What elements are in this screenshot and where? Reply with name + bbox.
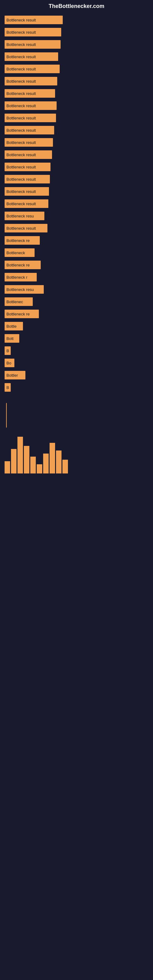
bottleneck-bar: Bottleneck re (5, 310, 39, 318)
bar-row: Bottleneck result (5, 124, 148, 136)
bars-container: Bottleneck resultBottleneck resultBottle… (0, 11, 153, 397)
bar-label: Bottleneck result (6, 140, 36, 145)
bottleneck-bar: Bottleneck re (5, 261, 41, 269)
bar-row: Bottleneck result (5, 100, 148, 111)
bar-row: Bott (5, 332, 148, 344)
bar-row: Bottleneck re (5, 235, 148, 246)
bar-row: Bottleneck re (5, 308, 148, 320)
bar-row: Bottleneck result (5, 51, 148, 62)
bottleneck-bar: Bottleneck result (5, 77, 57, 86)
bar-label: Bottleneck (6, 250, 25, 255)
bar-row: Bottleneck result (5, 173, 148, 185)
bar-row: Bottleneck result (5, 137, 148, 148)
bar-row: Bottleneck result (5, 26, 148, 38)
bar-row: Bottleneck r (5, 271, 148, 283)
bottleneck-bar: Bottleneck result (5, 114, 56, 122)
bar-label: Bottleneck result (6, 103, 36, 108)
bar-label: Bottleneck result (6, 177, 36, 181)
bar-label: B (6, 348, 9, 353)
bar-label: Bottleneck result (6, 116, 36, 120)
bottleneck-bar: Bottleneck result (5, 187, 49, 196)
bar-row: Bottler (5, 369, 148, 381)
bar-label: B (6, 385, 9, 390)
bar-row: Bottleneck result (5, 14, 148, 26)
bottleneck-bar: Bottle (5, 322, 23, 331)
bar-row: Bottleneck result (5, 149, 148, 161)
bar-label: Bottleneck result (6, 54, 36, 59)
bottleneck-bar: Bottleneck re (5, 236, 40, 245)
bar-label: Bottleneck re (6, 263, 30, 267)
bottleneck-bar: Bottleneck resu (5, 212, 45, 220)
bar-row: Bottleneck result (5, 198, 148, 210)
bar-row: Bottleneck result (5, 186, 148, 197)
chart-bar-vertical (5, 461, 10, 474)
bottleneck-bar: Bo (5, 359, 14, 367)
bottleneck-bar: Bottleneck result (5, 138, 53, 147)
bar-label: Bottleneck result (6, 79, 36, 84)
chart-bar-vertical (11, 449, 16, 474)
bar-label: Bottleneck resu (6, 287, 34, 292)
bottleneck-bar: Bottleneck result (5, 89, 55, 98)
bottleneck-bar: Bottleneck (5, 248, 35, 257)
bottleneck-bar: Bottleneck result (5, 28, 61, 37)
bottleneck-bar: Bottleneck result (5, 65, 60, 73)
bar-row: Bottleneck result (5, 222, 148, 234)
site-title: TheBottlenecker.com (0, 0, 153, 11)
bar-label: Bottleneck result (6, 30, 36, 35)
vertical-line (6, 403, 7, 428)
bar-label: Bottleneck result (6, 128, 36, 133)
bar-row: Bottleneck resu (5, 210, 148, 222)
bar-label: Bottleneck resu (6, 214, 34, 218)
bar-label: Bottleneck result (6, 18, 36, 22)
bottleneck-bar: Bott (5, 334, 19, 343)
bar-row: Bo (5, 357, 148, 369)
bottleneck-bar: B (5, 383, 11, 392)
bar-label: Bo (6, 361, 11, 365)
bar-label: Bottleneck result (6, 153, 36, 157)
bar-row: Bottleneck (5, 247, 148, 258)
bottleneck-bar: Bottleneck result (5, 175, 50, 183)
bar-row: Bottlenec (5, 296, 148, 307)
bottleneck-bar: Bottleneck result (5, 199, 48, 208)
bar-row: Bottleneck re (5, 259, 148, 271)
bar-row: Bottleneck result (5, 63, 148, 75)
bottleneck-bar: Bottleneck resu (5, 285, 44, 294)
chart-bar-vertical (18, 437, 23, 474)
bottleneck-bar: Bottleneck result (5, 16, 63, 24)
bar-row: Bottleneck result (5, 161, 148, 173)
chart-bar-vertical (30, 457, 36, 474)
bar-label: Bottleneck re (6, 238, 30, 243)
chart-area (0, 397, 153, 431)
bar-row: Bottleneck result (5, 38, 148, 50)
chart-bar-vertical (37, 464, 42, 474)
bottleneck-bar: Bottleneck result (5, 150, 52, 159)
chart-bar-vertical (43, 453, 49, 474)
bar-label: Bottleneck result (6, 226, 36, 231)
chart-bar-vertical (56, 450, 62, 474)
bar-row: B (5, 382, 148, 393)
chart-bar-vertical (62, 460, 68, 474)
bar-label: Bottleneck result (6, 42, 36, 47)
bar-label: Bottleneck re (6, 312, 30, 317)
bar-label: Bottleneck result (6, 202, 36, 206)
bottleneck-bar: Bottleneck result (5, 224, 48, 232)
bottleneck-bar: Bottler (5, 371, 26, 379)
bottleneck-bar: Bottleneck result (5, 126, 54, 134)
bar-label: Bottleneck result (6, 189, 36, 194)
bar-row: Bottleneck resu (5, 283, 148, 295)
bottleneck-bar: Bottleneck result (5, 40, 61, 49)
bar-label: Bottleneck result (6, 67, 36, 72)
bottleneck-bar: Bottleneck result (5, 162, 51, 171)
bar-row: Bottleneck result (5, 112, 148, 124)
bottleneck-bar: Bottleneck result (5, 52, 58, 61)
chart-bar-vertical (49, 443, 55, 474)
bottleneck-bar: Bottlenec (5, 298, 33, 306)
bar-label: Bottlenec (6, 299, 23, 304)
bar-label: Bottleneck result (6, 165, 36, 169)
bottleneck-bar: Bottleneck result (5, 101, 57, 110)
bottleneck-bar: Bottleneck r (5, 273, 37, 282)
bar-row: Bottleneck result (5, 75, 148, 87)
bar-label: Bott (6, 336, 13, 341)
bar-label: Bottle (6, 324, 16, 329)
bar-row: Bottleneck result (5, 88, 148, 99)
